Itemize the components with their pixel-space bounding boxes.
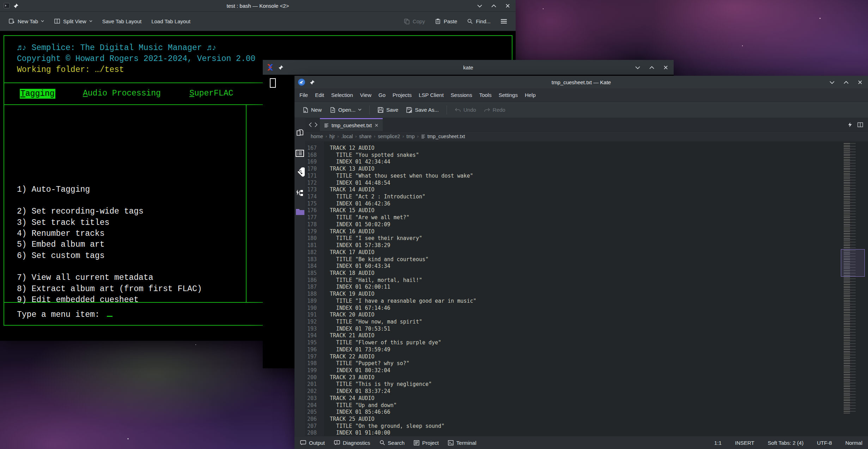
menu-item[interactable]: Go [375,90,389,100]
editor-line[interactable]: 196 INDEX 01 73:59:49 [305,346,840,353]
highlight-mode[interactable]: Normal [845,440,862,446]
tui-menu-item[interactable]: 8) Extract album art (from first FLAC) [17,284,202,295]
editor-line[interactable]: 201 TITLE "This is thy negligence" [305,381,840,388]
git-icon[interactable] [296,167,305,177]
editor-line[interactable]: 199 INDEX 01 80:32:04 [305,367,840,374]
new-button[interactable]: New [299,105,324,115]
undo-button[interactable]: Undo [452,105,479,115]
editor-line[interactable]: 174 TITLE "Act 2 : Introduction" [305,193,840,201]
breadcrumb-item[interactable]: share [359,134,371,139]
editor-line[interactable]: 190 INDEX 01 67:14:46 [305,305,840,312]
menu-item[interactable]: Selection [328,90,357,100]
close-icon[interactable] [858,80,862,85]
hamburger-menu-button[interactable] [497,16,511,27]
minimap-viewport[interactable] [841,249,865,277]
pin-icon[interactable] [310,80,315,85]
editor-line[interactable]: 204 TITLE "Up and down" [305,402,840,409]
new-tab-button[interactable]: New Tab [5,15,48,27]
editor-line[interactable]: 183 TITLE "Be kind and courteous" [305,256,840,263]
split-view-icon[interactable] [857,122,863,127]
editor-line[interactable]: 172 INDEX 01 44:48:54 [305,180,840,187]
symbols-list-icon[interactable] [296,150,304,157]
editor-line[interactable]: 193 INDEX 01 70:53:51 [305,326,840,333]
editor-line[interactable]: 182 TRACK 17 AUDIO [305,249,840,256]
tui-tab-superflac[interactable]: SuperFLAC [189,89,233,98]
minimize-icon[interactable] [635,66,640,69]
editor-line[interactable]: 202 INDEX 01 83:37:24 [305,388,840,395]
editor-line[interactable]: 177 TITLE "Are we all met?" [305,214,840,221]
save-tab-layout-button[interactable]: Save Tab Layout [99,16,145,27]
editor-line[interactable]: 198 TITLE "Puppet? why so?" [305,360,840,367]
menu-item[interactable]: Edit [311,90,328,100]
kate-titlebar[interactable]: tmp_cuesheet.txt — Kate [295,76,868,88]
menu-item[interactable]: Projects [389,90,415,100]
editor-line[interactable]: 178 INDEX 01 50:02:09 [305,221,840,228]
menu-item[interactable]: LSP Client [415,90,447,100]
menu-item[interactable]: Tools [476,90,495,100]
split-view-button[interactable]: Split View [50,15,96,27]
diagnostics-button[interactable]: Diagnostics [334,440,370,446]
editor-line[interactable]: 205 INDEX 01 85:46:66 [305,409,840,416]
tui-menu-item[interactable]: 6) Set custom tags [17,251,202,262]
editor-line[interactable]: 180 TITLE "I see their knavery" [305,235,840,242]
output-button[interactable]: Output [300,440,325,446]
maximize-icon[interactable] [844,81,849,84]
minimap-scrollbar[interactable] [841,143,866,435]
editor-line[interactable]: 195 TITLE "Flower of this purple dye" [305,339,840,346]
editor-line[interactable]: 194 TRACK 21 AUDIO [305,332,840,339]
tui-menu-item[interactable]: 9) Edit embedded cuesheet [17,295,202,306]
paste-button[interactable]: Paste [431,16,461,27]
editor-line[interactable]: 200 TRACK 23 AUDIO [305,374,840,381]
editor-line[interactable]: 181 INDEX 01 57:38:29 [305,242,840,249]
tab-close-icon[interactable] [375,123,378,127]
input-mode[interactable]: INSERT [735,440,754,446]
editor-line[interactable]: 168 TITLE "You spotted snakes" [305,152,840,159]
terminal-button[interactable]: Terminal [448,440,477,446]
open-button[interactable]: Open... [327,105,364,115]
find-button[interactable]: Find... [463,16,494,27]
tui-tab-audio-processing[interactable]: Audio Processing [83,89,161,98]
editor-line[interactable]: 189 TITLE "I have a reasnable good ear i… [305,298,840,305]
tui-menu-item[interactable]: 5) Embed album art [17,239,202,250]
editor-line[interactable]: 208 INDEX 01 91:40:00 [305,430,840,436]
tui-menu-item[interactable] [17,195,202,206]
kate-editor-area[interactable]: 167 TRACK 12 AUDIO 168 TITLE "You spotte… [295,142,868,436]
editor-line[interactable]: 175 INDEX 01 46:42:36 [305,201,840,208]
tui-menu-item[interactable] [17,262,202,272]
editor-line[interactable]: 206 TRACK 25 AUDIO [305,416,840,423]
tui-prompt[interactable]: Type a menu item: [17,310,113,319]
editor-line[interactable]: 176 TRACK 15 AUDIO [305,207,840,214]
documents-icon[interactable] [296,129,304,137]
editor-line[interactable]: 179 TRACK 16 AUDIO [305,228,840,235]
tab-next-icon[interactable] [314,122,318,127]
pin-icon[interactable] [13,3,19,8]
close-icon[interactable] [663,65,668,70]
menu-item[interactable]: Sessions [447,90,476,100]
breadcrumb-item[interactable]: hjr [329,134,335,139]
editor-line[interactable]: 197 TRACK 22 AUDIO [305,353,840,361]
breadcrumb-item[interactable]: tmp [406,134,414,139]
minimize-icon[interactable] [830,81,834,84]
tui-tab-tagging[interactable]: Tagging [20,89,55,99]
tab-prev-icon[interactable] [309,122,312,127]
breadcrumb-item[interactable]: home [311,134,323,139]
editor-line[interactable]: 207 TITLE "On the ground, sleep sound" [305,423,840,430]
quick-open-icon[interactable] [848,122,852,128]
editor-line[interactable]: 170 TRACK 13 AUDIO [305,166,840,173]
editor-line[interactable]: 171 TITLE "What thou seest when thou dos… [305,173,840,180]
editor-line[interactable]: 192 TITLE "How now, mad spirit" [305,319,840,326]
lsp-diagnostics-icon[interactable] [296,189,304,197]
tui-menu-item[interactable]: 7) View all current metadata [17,272,202,283]
tab-tmp-cuesheet[interactable]: tmp_cuesheet.txt [320,118,383,131]
copy-button[interactable]: Copy [400,16,429,27]
konsole-titlebar[interactable]: test : bash — Konsole <2> [0,0,516,12]
editor-line[interactable]: 169 INDEX 01 42:34:44 [305,159,840,166]
tui-menu-item[interactable]: 4) Renumber tracks [17,228,202,239]
editor-line[interactable]: 191 TRACK 20 AUDIO [305,312,840,319]
project-button[interactable]: Project [414,440,439,446]
editor-line[interactable]: 185 TRACK 18 AUDIO [305,270,840,277]
editor-line[interactable]: 167 TRACK 12 AUDIO [305,145,840,152]
editor-line[interactable]: 184 INDEX 01 60:43:34 [305,263,840,270]
save-button[interactable]: Save [375,105,401,115]
maximize-icon[interactable] [649,66,654,69]
